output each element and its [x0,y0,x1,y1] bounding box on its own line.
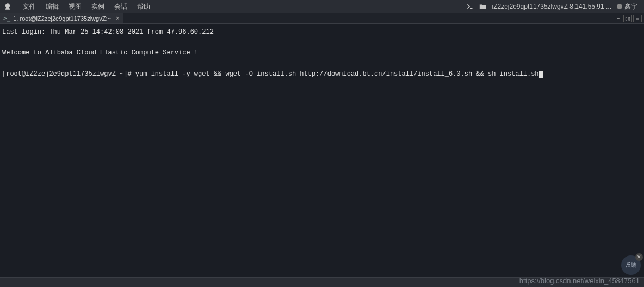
welcome-line: Welcome to Alibaba Cloud Elastic Compute… [2,49,198,57]
terminal-tab[interactable]: >_ 1. root@iZ2zej2e9qpt11735zlwgvZ:~ ✕ [0,13,123,23]
user-name-label: 鑫宇 [624,2,637,11]
feedback-label: 反馈 [626,261,636,269]
command-text: yum install -y wget && wget -O install.s… [135,70,539,78]
cursor-icon [539,71,543,78]
split-pane-icon[interactable]: ▯▯ [623,15,632,22]
tab-label: 1. root@iZ2zej2e9qpt11735zlwgvZ:~ [13,15,111,22]
folder-icon[interactable] [479,3,487,10]
menu-file[interactable]: 文件 [18,1,40,13]
close-tab-icon[interactable]: ✕ [115,15,120,21]
window-controls: ＋ ▯▯ ▭ [614,13,644,23]
menu-help[interactable]: 帮助 [133,1,154,13]
menu-edit[interactable]: 编辑 [41,1,63,13]
server-info-label: iZ2zej2e9qpt11735zlwgvZ 8.141.55.91 ... [492,3,611,10]
menubar: 文件 编辑 视图 实例 会话 帮助 iZ2zej2e9qpt11735zlwgv… [0,0,644,13]
menu-left: 文件 编辑 视图 实例 会话 帮助 [3,1,154,13]
prompt-icon: >_ [3,15,10,22]
last-login-line: Last login: Thu Mar 25 14:42:08 2021 fro… [2,28,214,36]
terminal-prompt-icon[interactable] [466,3,474,10]
watermark-text: https://blog.csdn.net/weixin_45847561 [519,277,640,285]
user-status-dot-icon [617,4,622,9]
shell-prompt: [root@iZ2zej2e9qpt11735zlwgvZ ~]# [2,70,135,78]
user-chip[interactable]: 鑫宇 [617,2,637,11]
menu-session[interactable]: 会话 [110,1,132,13]
add-pane-icon[interactable]: ＋ [614,15,622,22]
feedback-bubble[interactable]: 反馈 ✕ [621,255,641,275]
close-feedback-icon[interactable]: ✕ [635,253,643,261]
app-logo-icon [3,2,12,11]
menu-right: iZ2zej2e9qpt11735zlwgvZ 8.141.55.91 ... … [466,2,641,11]
tab-bar: >_ 1. root@iZ2zej2e9qpt11735zlwgvZ:~ ✕ ＋… [0,13,644,24]
menu-view[interactable]: 视图 [64,1,86,13]
menu-instance[interactable]: 实例 [87,1,109,13]
maximize-icon[interactable]: ▭ [633,15,642,22]
terminal-output[interactable]: Last login: Thu Mar 25 14:42:08 2021 fro… [0,24,644,83]
